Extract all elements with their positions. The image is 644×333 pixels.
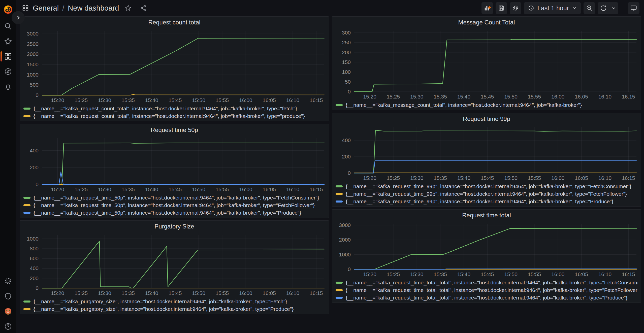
x-tick-label: 16:15 xyxy=(310,290,323,296)
legend-item[interactable]: {__name__="kafka_purgatory_size", instan… xyxy=(23,305,325,313)
legend-swatch xyxy=(23,115,30,117)
x-tick-label: 16:05 xyxy=(575,271,588,277)
help-icon[interactable] xyxy=(0,319,16,333)
legend-item[interactable]: {__name__="kafka_request_time_total_tota… xyxy=(336,279,637,286)
legend-swatch xyxy=(23,108,30,110)
settings-gear-icon[interactable] xyxy=(0,274,16,288)
x-tick-label: 15:50 xyxy=(504,94,518,99)
explore-compass-icon[interactable] xyxy=(0,64,16,79)
y-tick-label: 400 xyxy=(30,148,39,153)
legend-label: {__name__="kafka_purgatory_size", instan… xyxy=(34,298,287,305)
user-avatar[interactable] xyxy=(0,304,16,318)
legend-item[interactable]: {__name__="kafka_request_time_99p", inst… xyxy=(336,183,637,190)
x-tick-label: 15:40 xyxy=(145,290,158,296)
x-tick-label: 15:30 xyxy=(410,94,424,99)
x-tick-label: 15:30 xyxy=(98,290,111,296)
y-tick-label: 0 xyxy=(36,92,39,98)
x-tick-label: 15:20 xyxy=(51,186,64,192)
y-tick-label: 0 xyxy=(348,170,351,176)
time-series-line xyxy=(42,241,324,288)
x-tick-label: 15:45 xyxy=(481,94,494,99)
legend-item[interactable]: {__name__="kafka_request_time_99p", inst… xyxy=(336,190,637,198)
chart-canvas-request-time-50p[interactable]: 15:2015:2515:3015:3515:4015:4515:5015:55… xyxy=(20,136,328,193)
panel-request-time-50p: Request time 50p15:2015:2515:3015:3515:4… xyxy=(20,124,329,218)
x-tick-label: 15:25 xyxy=(75,290,88,296)
alerting-bell-icon[interactable] xyxy=(0,80,16,94)
panel-title-request-time-50p[interactable]: Request time 50p xyxy=(20,124,329,136)
x-tick-label: 16:10 xyxy=(286,97,300,103)
x-tick-label: 15:50 xyxy=(504,175,518,181)
x-tick-label: 16:05 xyxy=(575,94,588,99)
panel-title-request-count-total[interactable]: Request count total xyxy=(20,17,329,28)
time-series-line xyxy=(42,172,324,184)
legend-item[interactable]: {__name__="kafka_request_time_50p", inst… xyxy=(23,194,325,202)
y-tick-label: 100 xyxy=(342,69,351,75)
y-tick-label: 500 xyxy=(30,82,39,88)
legend-item[interactable]: {__name__="kafka_request_time_total_tota… xyxy=(336,286,637,294)
legend-label: {__name__="kafka_request_time_99p", inst… xyxy=(346,191,627,197)
x-tick-label: 15:50 xyxy=(504,271,518,277)
legend-swatch xyxy=(336,289,343,291)
y-tick-label: 50 xyxy=(345,79,351,85)
y-tick-label: 600 xyxy=(30,255,39,261)
panel-title-purgatory-size[interactable]: Purgatory Size xyxy=(20,221,329,232)
starred-icon[interactable] xyxy=(0,34,16,48)
x-tick-label: 15:35 xyxy=(434,271,447,277)
legend-swatch xyxy=(23,212,30,214)
x-tick-label: 15:30 xyxy=(98,186,111,192)
chart-canvas-message-count-total[interactable]: 15:2015:2515:3015:3515:4015:4515:5015:55… xyxy=(332,28,640,100)
y-tick-label: 2500 xyxy=(27,41,39,47)
chart-canvas-request-time-total[interactable]: 15:2015:2515:3015:3515:4015:4515:5015:55… xyxy=(332,221,640,278)
time-series-line xyxy=(42,38,324,95)
y-tick-label: 200 xyxy=(342,154,351,159)
x-tick-label: 15:55 xyxy=(216,290,229,296)
time-series-line xyxy=(354,39,636,92)
admin-shield-icon[interactable] xyxy=(0,289,16,303)
legend-item[interactable]: {__name__="kafka_request_count_total", i… xyxy=(23,105,325,112)
legend-item[interactable]: {__name__="kafka_request_time_50p", inst… xyxy=(23,202,325,209)
legend-swatch xyxy=(336,201,343,203)
legend-label: {__name__="kafka_request_time_total_tota… xyxy=(346,287,637,293)
legend-swatch xyxy=(336,282,343,284)
x-tick-label: 15:20 xyxy=(51,290,64,296)
legend-swatch xyxy=(23,308,30,310)
x-tick-label: 16:15 xyxy=(310,97,323,103)
y-tick-label: 800 xyxy=(30,246,39,251)
chart-canvas-purgatory-size[interactable]: 15:2015:2515:3015:3515:4015:4515:5015:55… xyxy=(20,232,328,297)
y-tick-label: 0 xyxy=(348,89,351,94)
legend-label: {__name__="kafka_message_count_total", i… xyxy=(346,102,582,108)
legend-item[interactable]: {__name__="kafka_request_time_99p", inst… xyxy=(336,198,637,205)
legend-item[interactable]: {__name__="kafka_purgatory_size", instan… xyxy=(23,298,325,305)
expand-sidebar-button[interactable] xyxy=(12,11,25,24)
y-tick-label: 0 xyxy=(36,285,39,291)
y-tick-label: 400 xyxy=(342,137,351,143)
x-tick-label: 16:10 xyxy=(598,175,612,181)
legend-item[interactable]: {__name__="kafka_message_count_total", i… xyxy=(336,101,637,109)
legend-label: {__name__="kafka_purgatory_size", instan… xyxy=(34,306,294,312)
panel-title-request-time-total[interactable]: Request time total xyxy=(332,210,641,221)
y-tick-label: 250 xyxy=(342,40,351,45)
time-series-line xyxy=(42,94,324,95)
panel-title-message-count-total[interactable]: Message Count Total xyxy=(332,17,641,28)
x-tick-label: 15:35 xyxy=(121,186,135,192)
legend-item[interactable]: {__name__="kafka_request_time_50p", inst… xyxy=(23,209,325,217)
panel-title-request-time-99p[interactable]: Request time 99p xyxy=(332,113,641,125)
x-tick-label: 15:40 xyxy=(457,94,471,99)
x-tick-label: 16:00 xyxy=(239,186,252,192)
x-tick-label: 16:10 xyxy=(286,186,300,192)
legend-swatch xyxy=(23,204,30,206)
legend-item[interactable]: {__name__="kafka_request_count_total", i… xyxy=(23,112,325,120)
nav-sidebar xyxy=(0,0,16,333)
x-tick-label: 15:55 xyxy=(528,94,541,99)
x-tick-label: 15:20 xyxy=(51,97,64,103)
panel-legend-request-time-50p: {__name__="kafka_request_time_50p", inst… xyxy=(20,194,329,218)
x-tick-label: 15:20 xyxy=(363,94,376,99)
dashboards-icon[interactable] xyxy=(0,49,16,63)
chart-canvas-request-time-99p[interactable]: 15:2015:2515:3015:3515:4015:4515:5015:55… xyxy=(332,125,640,182)
x-tick-label: 16:15 xyxy=(622,175,635,181)
chart-canvas-request-count-total[interactable]: 15:2015:2515:3015:3515:4015:4515:5015:55… xyxy=(20,28,328,104)
x-tick-label: 16:00 xyxy=(239,97,252,103)
x-tick-label: 15:45 xyxy=(481,175,494,181)
legend-label: {__name__="kafka_request_time_50p", inst… xyxy=(34,210,301,216)
legend-item[interactable]: {__name__="kafka_request_time_total_tota… xyxy=(336,294,637,302)
